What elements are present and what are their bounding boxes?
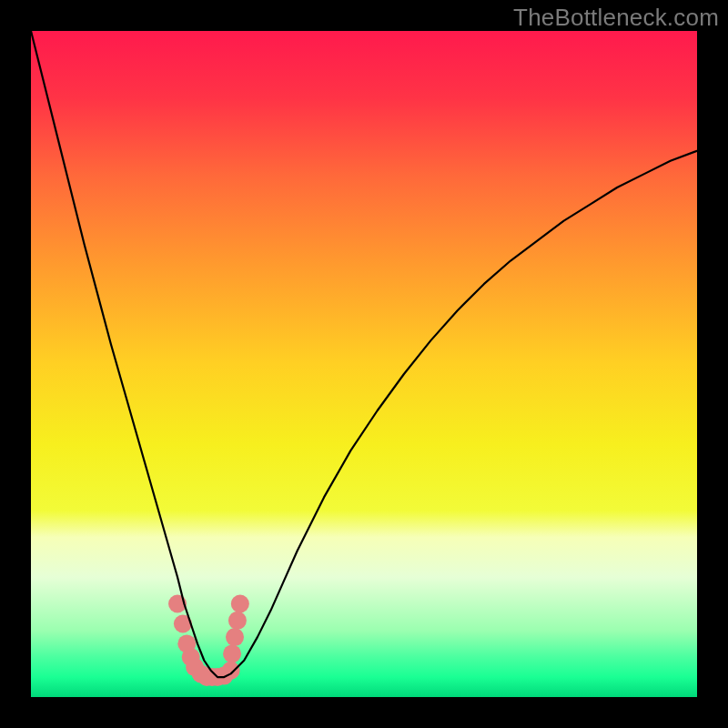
watermark-text: TheBottleneck.com [513, 4, 719, 32]
plot-area [31, 31, 697, 697]
marker-dot [231, 595, 249, 613]
chart-container: TheBottleneck.com [0, 0, 728, 728]
bottleneck-curve-chart [31, 31, 697, 697]
marker-dot [223, 644, 241, 662]
gradient-background [31, 31, 697, 697]
marker-dot [226, 628, 244, 646]
marker-dot [228, 612, 247, 630]
